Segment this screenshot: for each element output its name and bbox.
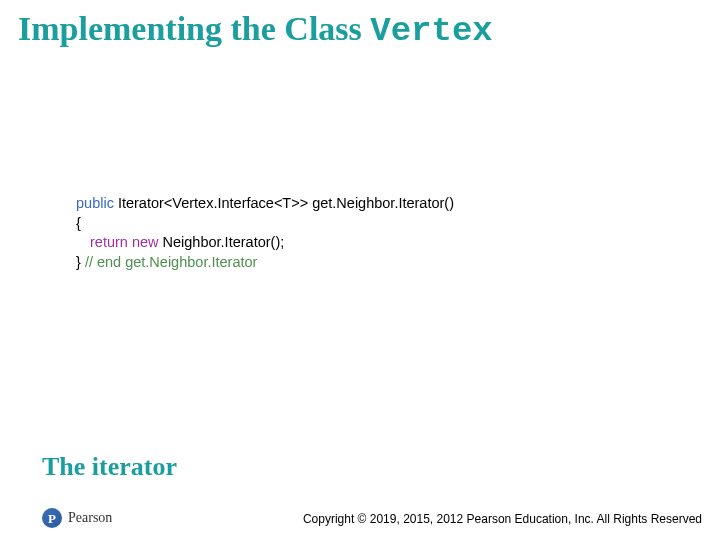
code-comment: // end get.Neighbor.Iterator bbox=[85, 254, 258, 270]
code-line-4-brace: } bbox=[76, 254, 85, 270]
pearson-logo: P Pearson bbox=[42, 508, 112, 528]
code-line-1: public Iterator<Vertex.Interface<T>> get… bbox=[76, 194, 454, 214]
slide-title: Implementing the Class Vertex bbox=[18, 10, 493, 50]
code-line-3: return new Neighbor.Iterator(); bbox=[76, 233, 454, 253]
code-line-4: } // end get.Neighbor.Iterator bbox=[76, 253, 454, 273]
pearson-logo-icon: P bbox=[42, 508, 62, 528]
code-line-3-rest: Neighbor.Iterator(); bbox=[159, 234, 285, 250]
pearson-logo-letter: P bbox=[48, 512, 56, 525]
slide: Implementing the Class Vertex public Ite… bbox=[0, 0, 720, 540]
pearson-logo-text: Pearson bbox=[68, 510, 112, 526]
code-line-2: { bbox=[76, 214, 454, 234]
slide-subtitle: The iterator bbox=[42, 452, 177, 482]
code-block: public Iterator<Vertex.Interface<T>> get… bbox=[76, 194, 454, 272]
keyword-return-new: return new bbox=[90, 234, 159, 250]
copyright-text: Copyright © 2019, 2015, 2012 Pearson Edu… bbox=[303, 512, 702, 526]
code-line-1-rest: Iterator<Vertex.Interface<T>> get.Neighb… bbox=[114, 195, 454, 211]
keyword-public: public bbox=[76, 195, 114, 211]
title-classname: Vertex bbox=[370, 12, 492, 50]
title-prefix: Implementing the Class bbox=[18, 10, 370, 47]
